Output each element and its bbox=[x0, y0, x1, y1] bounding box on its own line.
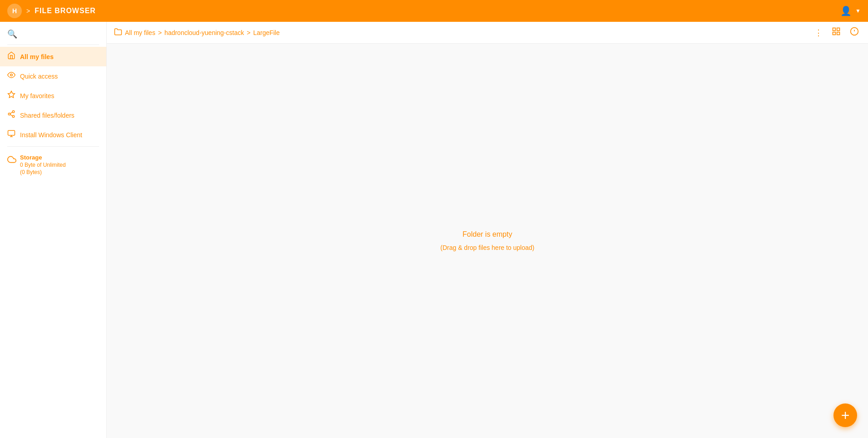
empty-folder-sub: (Drag & drop files here to upload) bbox=[441, 244, 535, 251]
breadcrumb-folder-icon bbox=[114, 28, 122, 37]
sidebar-item-label: All my files bbox=[20, 53, 54, 60]
empty-folder-message: Folder is empty bbox=[462, 230, 512, 239]
sidebar-item-quick-access[interactable]: Quick access bbox=[0, 66, 106, 86]
content-toolbar: All my files > hadroncloud-yuening-cstac… bbox=[107, 22, 868, 44]
svg-rect-13 bbox=[837, 32, 840, 35]
svg-rect-11 bbox=[837, 28, 840, 31]
home-icon bbox=[7, 51, 15, 62]
eye-icon bbox=[7, 71, 15, 81]
logo-text: H bbox=[12, 7, 17, 15]
star-icon bbox=[7, 90, 15, 101]
storage-section: Storage 0 Byte of Unlimited (0 Bytes) bbox=[0, 149, 106, 181]
svg-line-5 bbox=[10, 114, 12, 116]
svg-line-6 bbox=[10, 112, 12, 114]
cloud-icon bbox=[7, 155, 16, 166]
info-icon bbox=[850, 27, 859, 36]
sidebar-item-label: Install Windows Client bbox=[20, 131, 82, 139]
sidebar: 🔍 All my files Quick access bbox=[0, 22, 107, 438]
header-right: 👤 ▼ bbox=[840, 5, 861, 16]
breadcrumb-sep-1: > bbox=[158, 29, 162, 36]
user-dropdown-arrow[interactable]: ▼ bbox=[855, 8, 861, 14]
main-content: All my files > hadroncloud-yuening-cstac… bbox=[107, 22, 868, 438]
user-menu-button[interactable]: 👤 bbox=[840, 5, 852, 16]
app-title: FILE BROWSER bbox=[35, 7, 96, 15]
toolbar-actions: ⋮ bbox=[813, 25, 861, 40]
share-icon bbox=[7, 110, 15, 120]
sidebar-item-label: Quick access bbox=[20, 73, 58, 80]
svg-rect-7 bbox=[8, 130, 15, 135]
app-logo: H bbox=[7, 4, 22, 18]
svg-rect-12 bbox=[833, 32, 836, 35]
monitor-icon bbox=[7, 129, 15, 140]
more-options-button[interactable]: ⋮ bbox=[813, 26, 824, 40]
breadcrumb-current[interactable]: LargeFile bbox=[253, 29, 279, 36]
header-arrow: > bbox=[26, 7, 30, 15]
sidebar-item-my-favorites[interactable]: My favorites bbox=[0, 86, 106, 105]
storage-label: Storage bbox=[20, 154, 66, 161]
breadcrumb-root[interactable]: All my files bbox=[125, 29, 155, 36]
view-toggle-button[interactable] bbox=[830, 25, 843, 40]
breadcrumb-middle[interactable]: hadroncloud-yuening-cstack bbox=[164, 29, 244, 36]
sidebar-divider-1 bbox=[7, 45, 99, 45]
app-header: H > FILE BROWSER 👤 ▼ bbox=[0, 0, 868, 22]
info-button[interactable] bbox=[848, 25, 861, 40]
folder-content-area: Folder is empty (Drag & drop files here … bbox=[107, 44, 868, 438]
svg-marker-1 bbox=[8, 91, 15, 98]
storage-value: 0 Byte of Unlimited bbox=[20, 162, 66, 168]
sidebar-divider-2 bbox=[7, 146, 99, 147]
search-icon: 🔍 bbox=[7, 30, 17, 39]
svg-rect-10 bbox=[833, 28, 836, 31]
add-file-button[interactable]: + bbox=[833, 403, 857, 427]
svg-point-2 bbox=[12, 111, 15, 113]
sidebar-item-label: My favorites bbox=[20, 92, 54, 100]
search-button[interactable]: 🔍 bbox=[7, 29, 17, 39]
dots-vertical-icon: ⋮ bbox=[814, 28, 823, 37]
breadcrumb: All my files > hadroncloud-yuening-cstac… bbox=[114, 28, 280, 37]
svg-point-4 bbox=[12, 115, 15, 118]
grid-view-icon bbox=[832, 27, 841, 36]
storage-bytes: (0 Bytes) bbox=[20, 169, 66, 175]
plus-icon: + bbox=[841, 407, 850, 424]
sidebar-item-all-my-files[interactable]: All my files bbox=[0, 47, 106, 66]
sidebar-item-install-windows[interactable]: Install Windows Client bbox=[0, 125, 106, 144]
svg-point-3 bbox=[8, 113, 10, 115]
main-layout: 🔍 All my files Quick access bbox=[0, 22, 868, 438]
sidebar-search-area: 🔍 bbox=[0, 25, 106, 43]
storage-text: Storage 0 Byte of Unlimited (0 Bytes) bbox=[20, 154, 66, 175]
svg-point-0 bbox=[10, 74, 13, 76]
header-left: H > FILE BROWSER bbox=[7, 4, 96, 18]
breadcrumb-sep-2: > bbox=[247, 29, 250, 36]
sidebar-item-shared[interactable]: Shared files/folders bbox=[0, 105, 106, 125]
sidebar-item-label: Shared files/folders bbox=[20, 112, 74, 119]
